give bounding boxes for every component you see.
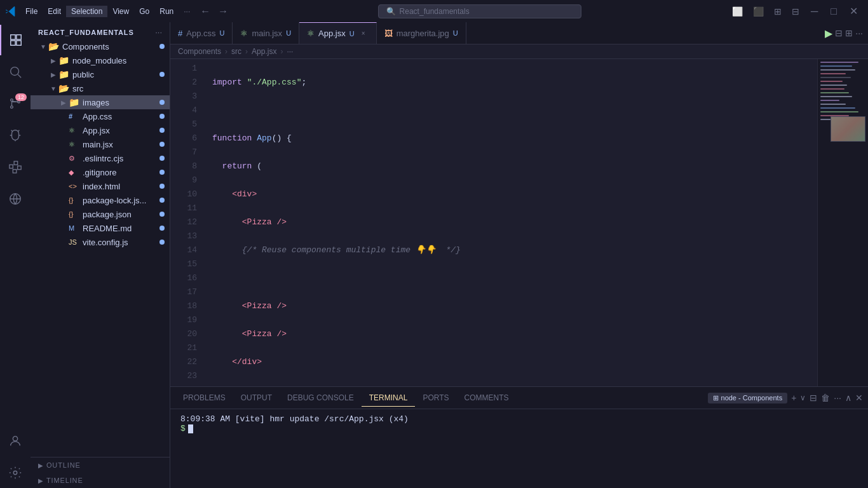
outline-header[interactable]: ▶ OUTLINE <box>31 458 170 473</box>
menu-more[interactable]: ··· <box>179 6 195 17</box>
terminal-close-icon[interactable]: ✕ <box>855 393 863 403</box>
jsx-file-icon: ⚛ <box>69 126 80 135</box>
js-file-icon: JS <box>69 238 80 246</box>
tree-item-readme[interactable]: M README.md <box>31 221 170 235</box>
activity-extensions[interactable] <box>0 152 31 182</box>
tab-debug-console[interactable]: DEBUG CONSOLE <box>280 390 362 406</box>
minimize-button[interactable]: ─ <box>806 4 823 18</box>
editor-terminal-area: # App.css U ⚛ main.jsx U ⚛ App.jsx U × 🖼… <box>170 22 868 488</box>
activity-settings[interactable] <box>0 458 31 488</box>
activity-bar: 12 <box>0 22 31 488</box>
split-layout-icon[interactable]: ⊞ <box>770 4 785 18</box>
md-file-icon: M <box>69 224 80 232</box>
tab-close-button[interactable]: × <box>358 29 369 39</box>
css-icon: # <box>178 29 182 38</box>
nav-back[interactable]: ← <box>198 6 213 17</box>
menu-file[interactable]: File <box>20 6 43 17</box>
svg-rect-0 <box>11 35 15 39</box>
tab-app-css[interactable]: # App.css U <box>170 22 233 44</box>
maximize-button[interactable]: □ <box>825 4 842 18</box>
nav-forward[interactable]: → <box>215 6 231 17</box>
svg-rect-22 <box>820 85 847 86</box>
run-icon[interactable]: ▶ <box>825 27 832 39</box>
tab-more-icon[interactable]: ··· <box>855 28 863 38</box>
dot-blue <box>159 184 165 189</box>
tree-item-index-html[interactable]: <> index.html <box>31 179 170 193</box>
html-file-icon: <> <box>69 182 80 190</box>
breadcrumb-file[interactable]: App.jsx <box>252 47 276 56</box>
activity-search[interactable] <box>0 57 31 87</box>
terminal-prompt: $ <box>180 424 858 433</box>
terminal-more-icon[interactable]: ··· <box>834 393 841 403</box>
search-box[interactable]: 🔍 React_fundamentals <box>233 4 726 18</box>
more-actions-icon[interactable]: ⊞ <box>845 28 853 38</box>
close-button[interactable]: ✕ <box>844 4 863 18</box>
activity-account[interactable] <box>0 426 31 456</box>
code-line-3: function App() { <box>212 132 807 146</box>
dot-blue <box>159 226 165 231</box>
jsx-icon: ⚛ <box>307 29 315 38</box>
menu-run[interactable]: Run <box>154 6 179 17</box>
breadcrumb-components[interactable]: Components <box>178 47 221 56</box>
tree-item-gitignore[interactable]: ◆ .gitignore <box>31 165 170 179</box>
tree-item-node-modules[interactable]: ▶ 📁 node_modules <box>31 53 170 67</box>
terminal-chevron-up-icon[interactable]: ∧ <box>845 393 851 403</box>
grid-layout-icon[interactable]: ⊟ <box>788 4 803 18</box>
tree-item-main-jsx[interactable]: ⚛ main.jsx <box>31 137 170 151</box>
activity-explorer[interactable] <box>0 25 31 55</box>
menu-edit[interactable]: Edit <box>43 6 66 17</box>
sidebar-tree: ▼ 📂 Components ▶ 📁 node_modules ▶ 📁 publ… <box>31 39 170 457</box>
tab-output[interactable]: OUTPUT <box>233 390 280 406</box>
svg-rect-28 <box>820 107 855 109</box>
tab-ports[interactable]: PORTS <box>415 390 456 406</box>
tree-item-public[interactable]: ▶ 📁 public <box>31 67 170 81</box>
tree-item-label: Components <box>62 42 159 51</box>
tree-item-components[interactable]: ▼ 📂 Components <box>31 39 170 53</box>
tree-item-package-json[interactable]: {} package.json <box>31 207 170 221</box>
breadcrumb-more[interactable]: ··· <box>287 47 293 56</box>
terminal-dropdown-icon[interactable]: ∨ <box>800 393 806 402</box>
activity-debug[interactable] <box>0 120 31 151</box>
svg-rect-12 <box>13 170 16 173</box>
tree-item-label: index.html <box>83 182 159 191</box>
tree-item-app-jsx[interactable]: ⚛ App.jsx <box>31 123 170 137</box>
tree-item-app-css[interactable]: # App.css <box>31 109 170 123</box>
activity-source-control[interactable]: 12 <box>0 88 31 119</box>
activity-remote[interactable] <box>0 184 31 214</box>
tree-item-vite-config[interactable]: JS vite.config.js <box>31 235 170 249</box>
folder-icon: 📁 <box>58 69 70 79</box>
tab-terminal[interactable]: TERMINAL <box>362 390 416 407</box>
timeline-header[interactable]: ▶ TIMELINE <box>31 473 170 488</box>
sidebar-more-icon[interactable]: ··· <box>155 27 162 37</box>
node-components-badge[interactable]: ⊞ node - Components <box>708 393 788 403</box>
code-content[interactable]: import "./App.css"; function App() { ret… <box>202 59 817 386</box>
tree-item-eslintrc[interactable]: ⚙ .eslintrc.cjs <box>31 151 170 165</box>
breadcrumb-src[interactable]: src <box>231 47 241 56</box>
kill-terminal-icon[interactable]: 🗑 <box>821 393 830 403</box>
split-editor-icon[interactable]: ⊟ <box>835 28 843 38</box>
menu-view[interactable]: View <box>107 6 134 17</box>
tree-item-images[interactable]: ▶ 📁 images <box>31 95 170 109</box>
menu-selection[interactable]: Selection <box>66 6 107 17</box>
tree-item-package-lock[interactable]: {} package-lock.js... <box>31 193 170 207</box>
panel-layout-icon[interactable]: ⬛ <box>749 4 768 18</box>
tab-main-jsx[interactable]: ⚛ main.jsx U <box>233 22 299 44</box>
dot-blue <box>159 44 165 49</box>
terminal-body[interactable]: 8:09:38 AM [vite] hmr update /src/App.js… <box>170 409 868 488</box>
tab-margherita[interactable]: 🖼 margherita.jpg U <box>377 22 466 44</box>
tab-app-jsx[interactable]: ⚛ App.jsx U × <box>299 22 377 44</box>
tab-problems[interactable]: PROBLEMS <box>175 390 233 406</box>
svg-rect-21 <box>820 81 843 82</box>
tree-item-label: images <box>83 98 159 107</box>
tab-comments[interactable]: COMMENTS <box>457 390 517 406</box>
split-terminal-icon[interactable]: ⊟ <box>810 393 817 403</box>
arrow-right-icon: ▶ <box>48 71 58 78</box>
add-terminal-icon[interactable]: + <box>791 393 796 403</box>
tree-item-src[interactable]: ▼ 📂 src <box>31 81 170 95</box>
sidebar-layout-icon[interactable]: ⬜ <box>728 4 747 18</box>
source-control-badge: 12 <box>15 93 27 101</box>
code-line-5: <div> <box>212 187 807 201</box>
code-editor-body[interactable]: 12345 678910 1112131415 1617181920 21222… <box>170 59 868 386</box>
tab-label: main.jsx <box>252 29 282 38</box>
menu-go[interactable]: Go <box>134 6 154 17</box>
